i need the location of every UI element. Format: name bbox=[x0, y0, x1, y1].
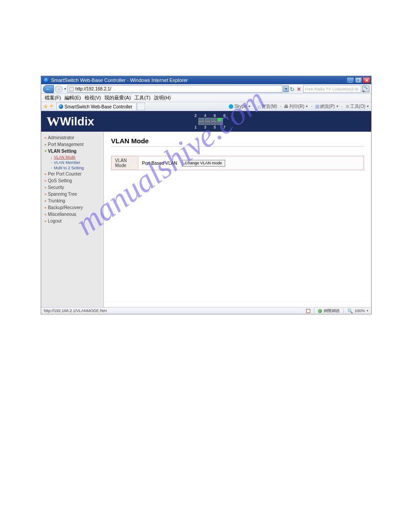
security-zone: 網際網路 bbox=[324, 308, 340, 314]
window-maximize-button[interactable]: ❐ bbox=[355, 77, 362, 83]
sidebar-item-spanning-tree[interactable]: Spanning Tree bbox=[41, 191, 103, 197]
sidebar-item-miscellaneous[interactable]: Miscellaneous bbox=[41, 211, 103, 218]
stop-button[interactable]: ✕ bbox=[297, 86, 302, 92]
forward-button[interactable]: → bbox=[55, 86, 63, 93]
menu-tools[interactable]: 工具(T) bbox=[134, 94, 150, 101]
status-bar: http://192.168.2.1/VLANMODE.htm 網際網路 🔍 1… bbox=[41, 307, 371, 314]
port-bottom-numbers: 1 3 5 7 bbox=[193, 125, 229, 129]
zoom-icon[interactable]: 🔍 bbox=[347, 309, 353, 313]
tab-smartswitch[interactable]: SmartSwitch Web-Base Controller bbox=[56, 103, 137, 110]
sidebar-item-vlan-setting[interactable]: VLAN Setting bbox=[41, 148, 103, 154]
port-7[interactable] bbox=[217, 121, 223, 125]
sidebar-nav: Administrator Port Management VLAN Setti… bbox=[41, 132, 104, 307]
port-8[interactable] bbox=[217, 118, 223, 121]
change-vlan-mode-button[interactable]: Change VLAN mode bbox=[182, 160, 225, 167]
gear-icon bbox=[346, 104, 349, 109]
sidebar-item-administrator[interactable]: Administrator bbox=[41, 134, 103, 141]
sidebar-subitem-vlan-member[interactable]: VLAN Member bbox=[41, 160, 103, 165]
tab-favicon-icon bbox=[59, 104, 63, 109]
tab-bar: ★ ★ SmartSwitch Web-Base Controller Skyp… bbox=[41, 102, 371, 111]
menu-edit[interactable]: 編輯(E) bbox=[64, 94, 81, 101]
window-titlebar: SmartSwitch Web-Base Controller - Window… bbox=[41, 76, 371, 84]
toolbar-skype[interactable]: Skype ▼ bbox=[229, 104, 251, 109]
tab-title: SmartSwitch Web-Base Controller bbox=[64, 104, 133, 109]
sidebar-item-per-port-counter[interactable]: Per Port Counter bbox=[41, 171, 103, 177]
refresh-button[interactable]: ↻ bbox=[290, 86, 296, 92]
home-icon bbox=[257, 103, 261, 110]
sidebar-subitem-multi-to-2[interactable]: Multi to 2 Setting bbox=[41, 165, 103, 171]
browser-window: SmartSwitch Web-Base Controller - Window… bbox=[41, 76, 372, 314]
zoom-level: 100% bbox=[355, 309, 365, 313]
sidebar-item-trunking[interactable]: Trunking bbox=[41, 197, 103, 204]
status-url: http://192.168.2.1/VLANMODE.htm bbox=[44, 309, 107, 313]
sidebar-item-port-management[interactable]: Port Management bbox=[41, 141, 103, 148]
toolbar-tools[interactable]: 工具(O) ▼ bbox=[346, 103, 369, 110]
navigation-bar: ← → ▼ http://192.168.2.1/ ▼ ↻ ✕ Free Rad… bbox=[41, 84, 371, 94]
new-tab-button[interactable] bbox=[137, 103, 145, 110]
app-header: WWildix 2 4 6 8 1 3 5 7 bbox=[41, 111, 371, 132]
page-title: VLAN Mode bbox=[111, 137, 364, 147]
sidebar-item-security[interactable]: Security bbox=[41, 184, 103, 191]
window-minimize-button[interactable]: _ bbox=[347, 77, 354, 83]
internet-zone-icon bbox=[318, 309, 322, 313]
content-pane: VLAN Mode VLAN Mode Port Based VLAN Chan… bbox=[104, 132, 371, 307]
popup-blocked-icon[interactable] bbox=[306, 309, 310, 313]
port-5[interactable] bbox=[211, 121, 217, 125]
port-1[interactable] bbox=[198, 121, 204, 125]
sidebar-subitem-vlan-mode[interactable]: VLAN Mode bbox=[41, 154, 103, 160]
port-status-panel: 2 4 6 8 1 3 5 7 bbox=[193, 113, 229, 129]
toolbar-page[interactable]: 網頁(P) ▼ bbox=[315, 103, 339, 110]
window-close-button[interactable]: ✕ bbox=[363, 77, 370, 83]
toolbar-print[interactable]: 列印(R) ▼ bbox=[284, 103, 308, 110]
back-button[interactable]: ← bbox=[43, 85, 54, 93]
search-box[interactable]: Free Radio TV Customized W bbox=[303, 85, 361, 93]
ie-icon bbox=[44, 77, 49, 83]
print-icon bbox=[284, 104, 288, 109]
menu-help[interactable]: 說明(H) bbox=[154, 94, 171, 101]
add-favorite-icon[interactable]: ★ bbox=[49, 103, 54, 110]
zoom-dropdown[interactable]: ▾ bbox=[367, 309, 368, 313]
address-dropdown[interactable]: ▼ bbox=[283, 86, 289, 92]
brand-logo: WWildix bbox=[47, 114, 94, 129]
menu-favorites[interactable]: 我的最愛(A) bbox=[104, 94, 131, 101]
address-bar[interactable]: http://192.168.2.1/ bbox=[68, 85, 283, 93]
menu-view[interactable]: 檢視(V) bbox=[85, 94, 101, 101]
window-title: SmartSwitch Web-Base Controller - Window… bbox=[51, 77, 188, 83]
sidebar-item-qos-setting[interactable]: QoS Setting bbox=[41, 177, 103, 184]
port-top-numbers: 2 4 6 8 bbox=[193, 113, 229, 118]
favorites-icon[interactable]: ★ bbox=[43, 103, 48, 110]
vlan-mode-table: VLAN Mode Port Based VLAN Change VLAN mo… bbox=[111, 156, 364, 170]
sidebar-item-logout[interactable]: Logout bbox=[41, 218, 103, 224]
port-2[interactable] bbox=[198, 118, 204, 121]
url-text: http://192.168.2.1/ bbox=[75, 86, 111, 91]
search-provider-dropdown[interactable]: 🔍▾ bbox=[362, 86, 369, 92]
port-6[interactable] bbox=[211, 118, 217, 121]
port-3[interactable] bbox=[205, 121, 210, 125]
toolbar-home[interactable]: 首頁(M) bbox=[257, 103, 277, 110]
port-4[interactable] bbox=[205, 118, 210, 121]
search-placeholder: Free Radio TV Customized W bbox=[305, 87, 358, 91]
nav-history-dropdown[interactable]: ▼ bbox=[64, 87, 67, 90]
menu-bar: 檔案(F) 編輯(E) 檢視(V) 我的最愛(A) 工具(T) 說明(H) bbox=[41, 94, 371, 102]
sidebar-item-backup-recovery[interactable]: Backup/Recovery bbox=[41, 204, 103, 211]
menu-file[interactable]: 檔案(F) bbox=[45, 94, 61, 101]
page-menu-icon bbox=[315, 104, 319, 109]
page-icon bbox=[69, 87, 74, 91]
vlan-mode-label: VLAN Mode bbox=[111, 156, 138, 170]
vlan-mode-value: Port Based VLAN bbox=[142, 160, 177, 165]
skype-icon bbox=[229, 104, 233, 109]
